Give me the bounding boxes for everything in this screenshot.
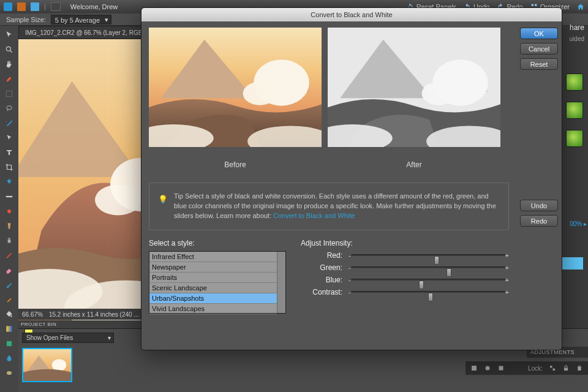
svg-point-7 — [11, 120, 12, 121]
after-label: After — [328, 160, 500, 169]
effect-thumb[interactable] — [566, 74, 583, 91]
preview-before: Before — [149, 28, 322, 169]
style-option[interactable]: Scenic Landscape — [149, 283, 277, 293]
style-option[interactable]: Urban/Snapshots — [149, 293, 277, 304]
plus-icon: + — [505, 264, 509, 271]
project-bin-filter-dropdown[interactable]: Show Open Files — [22, 333, 114, 343]
contrast-slider-row: Contrast:-+ — [301, 288, 509, 296]
status-bar: 66.67% 15.2 inches x 11.4 inches (240 ..… — [18, 309, 159, 320]
plus-icon: + — [505, 276, 509, 284]
sponge-tool[interactable] — [2, 366, 16, 380]
eyedropper-tool[interactable] — [2, 72, 16, 86]
workspace-icon[interactable] — [17, 2, 26, 11]
dialog-redo-button[interactable]: Redo — [520, 215, 558, 227]
style-option[interactable]: Portraits — [149, 273, 277, 283]
style-option[interactable]: Newspaper — [149, 262, 277, 273]
document-tab-title: IMG_1207_2.CR2 @ 66.7% (Layer 2, RGB/8) … — [25, 29, 154, 36]
brush-tool[interactable] — [2, 278, 16, 292]
shape-tool[interactable] — [2, 337, 16, 350]
healing-tool[interactable] — [2, 219, 16, 233]
eraser-tool[interactable] — [2, 263, 16, 277]
zoom-tool[interactable] — [2, 43, 16, 56]
red-slider[interactable] — [351, 251, 505, 260]
cookie-cutter-tool[interactable] — [2, 175, 16, 189]
green-slider[interactable] — [351, 263, 505, 272]
straighten-tool[interactable] — [2, 190, 16, 203]
adjust-intensity-label: Adjust Intensity: — [301, 239, 509, 247]
fx-icon[interactable] — [497, 364, 505, 372]
svg-point-6 — [7, 106, 12, 110]
svg-rect-0 — [531, 4, 533, 7]
sample-size-dropdown[interactable]: 5 by 5 Average — [51, 15, 111, 24]
project-bin-thumbnail[interactable] — [22, 348, 72, 382]
svg-point-13 — [7, 371, 12, 375]
hand-tool[interactable] — [2, 58, 16, 71]
svg-rect-21 — [472, 366, 477, 371]
red-slider-row: Red:-+ — [301, 251, 509, 260]
preview-after: After — [328, 28, 500, 169]
reset-button[interactable]: Reset — [520, 58, 558, 70]
lock-label: Lock: — [528, 365, 543, 372]
scrollbar[interactable] — [277, 252, 285, 313]
trash-icon[interactable] — [576, 364, 583, 372]
select-style-label: Select a style: — [149, 239, 286, 247]
effect-thumb[interactable] — [566, 130, 583, 147]
svg-rect-12 — [7, 341, 12, 346]
welcome-label: Welcome, Drew — [70, 3, 118, 10]
svg-point-16 — [95, 185, 141, 216]
style-option[interactable]: Infrared Effect — [149, 252, 277, 262]
share-tab-partial[interactable]: hare — [570, 23, 584, 32]
mask-icon[interactable] — [484, 364, 491, 372]
svg-point-32 — [422, 81, 456, 105]
magic-wand-tool[interactable] — [2, 116, 16, 130]
contrast-slider[interactable] — [351, 288, 505, 296]
blue-label: Blue: — [301, 276, 342, 284]
lock-pixels-icon[interactable] — [549, 364, 556, 372]
zoom-readout[interactable]: 66.67% — [22, 311, 43, 318]
layout-dropdown[interactable] — [51, 2, 61, 11]
lock-all-icon[interactable] — [562, 364, 570, 372]
lasso-tool[interactable] — [2, 102, 16, 115]
paint-bucket-tool[interactable] — [2, 307, 16, 321]
svg-rect-9 — [6, 196, 13, 197]
dialog-undo-button[interactable]: Undo — [520, 200, 558, 211]
svg-point-8 — [6, 121, 7, 122]
effect-thumb[interactable] — [566, 102, 583, 119]
workspace-icon-2[interactable] — [31, 2, 39, 11]
clone-tool[interactable] — [2, 234, 16, 247]
pencil-tool[interactable] — [2, 249, 16, 262]
convert-bw-dialog: Convert to Black and White — [141, 7, 562, 350]
tip-heading: Tip — [174, 192, 183, 200]
tip-link[interactable]: Convert to Black and White — [273, 212, 355, 219]
move-tool[interactable] — [2, 28, 16, 42]
type-tool[interactable] — [2, 146, 16, 159]
svg-rect-23 — [550, 366, 552, 368]
contrast-label: Contrast: — [301, 288, 342, 296]
zoom-percent-partial[interactable]: 00% ▸ — [570, 221, 587, 227]
blur-tool[interactable] — [2, 352, 16, 365]
smart-brush-tool[interactable] — [2, 293, 16, 306]
layer-icon[interactable] — [470, 364, 478, 372]
svg-point-22 — [486, 366, 490, 371]
style-listbox[interactable]: Infrared EffectNewspaperPortraitsScenic … — [149, 251, 286, 314]
cancel-button[interactable]: Cancel — [520, 43, 558, 55]
blue-slider[interactable] — [351, 276, 505, 284]
layers-panel-strip: Lock: — [466, 361, 588, 375]
dialog-title: Convert to Black and White — [141, 8, 562, 21]
dimensions-readout: 15.2 inches x 11.4 inches (240 ... — [49, 311, 139, 318]
style-option[interactable]: Vivid Landscapes — [149, 304, 277, 314]
before-label: Before — [149, 160, 322, 169]
quick-select-tool[interactable] — [2, 131, 16, 145]
canvas-image[interactable] — [18, 39, 141, 330]
ok-button[interactable]: OK — [520, 28, 558, 39]
guided-tab-partial[interactable]: uided — [570, 36, 584, 42]
gradient-tool[interactable] — [2, 322, 16, 336]
marquee-tool[interactable] — [2, 87, 16, 100]
color-swatch-highlight[interactable] — [562, 257, 583, 270]
crop-tool[interactable] — [2, 160, 16, 174]
home-icon[interactable] — [577, 3, 584, 10]
app-logo-icon — [4, 2, 12, 11]
project-bin-label: PROJECT BIN — [18, 320, 159, 328]
redeye-tool[interactable] — [2, 205, 16, 218]
svg-point-4 — [6, 47, 10, 51]
